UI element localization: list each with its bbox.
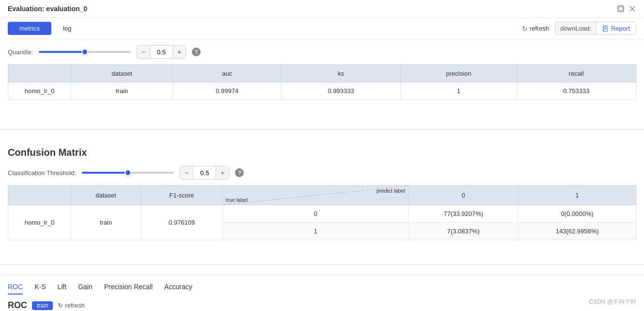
- conf-col-dataset: dataset: [71, 186, 141, 205]
- report-button[interactable]: Report: [597, 22, 636, 34]
- metrics-table: dataset auc ks precision recall homo_lr_…: [8, 65, 636, 100]
- table-row: homo_lr_0 train 0.99974 0.993333 1 0.753…: [8, 82, 636, 100]
- conf-val-01: 0(0.0000%): [518, 205, 636, 223]
- roc-tab-ks[interactable]: K-S: [34, 283, 46, 295]
- window-header: Evaluation: evaluation_0: [0, 0, 644, 18]
- window-title: Evaluation: evaluation_0: [8, 5, 87, 13]
- refresh-button[interactable]: ↻ refresh: [522, 25, 549, 33]
- conf-col-diag: predict label true label: [222, 186, 408, 205]
- true-label-header: true label: [226, 197, 248, 203]
- roc-refresh-label: refresh: [65, 302, 84, 309]
- report-label: Report: [611, 25, 630, 32]
- conf-col-1: 1: [518, 186, 636, 205]
- roc-tab-accuracy[interactable]: Accuracy: [164, 283, 192, 295]
- metrics-precision: 1: [401, 82, 517, 100]
- threshold-slider-container: [82, 172, 174, 174]
- separator-1: [0, 129, 644, 130]
- conf-col-0: 0: [408, 186, 518, 205]
- roc-refresh-button[interactable]: ↻ refresh: [58, 302, 84, 309]
- quantile-increment-button[interactable]: +: [173, 46, 186, 58]
- metrics-col-recall: recall: [517, 65, 636, 82]
- conf-col-empty: [8, 186, 71, 205]
- conf-true-1: 1: [222, 223, 408, 240]
- download-label: downLoad:: [555, 22, 597, 34]
- tab-bar: metrics log ↻ refresh downLoad: Report: [0, 18, 644, 39]
- roc-title: ROC: [8, 300, 27, 311]
- threshold-stepper: − +: [180, 166, 229, 180]
- roc-tab-roc[interactable]: ROC: [8, 283, 23, 295]
- metrics-model-name: homo_lr_0: [8, 82, 71, 100]
- refresh-label: refresh: [530, 25, 549, 32]
- conf-val-11: 143(62.9956%): [518, 223, 636, 240]
- quantile-value-input[interactable]: [150, 46, 173, 58]
- metrics-col-dataset: dataset: [71, 65, 173, 82]
- watermark: CSDN @不拘于时: [589, 298, 636, 306]
- quantile-stepper: − +: [137, 45, 186, 59]
- conf-model-name: homo_lr_0: [8, 205, 71, 240]
- roc-tabs: ROC K-S Lift Gain Precision Recall Accur…: [0, 275, 644, 295]
- train-badge: train: [32, 301, 53, 310]
- roc-tab-lift[interactable]: Lift: [57, 283, 66, 295]
- threshold-increment-button[interactable]: +: [216, 166, 229, 179]
- report-icon: [602, 25, 609, 32]
- tab-bar-actions: ↻ refresh downLoad: Report: [522, 22, 636, 35]
- quantile-help-icon[interactable]: ?: [192, 48, 201, 56]
- classification-label: Classification Threshold:: [8, 169, 76, 177]
- roc-section: ROC train ↻ refresh: [0, 295, 644, 311]
- threshold-help-icon[interactable]: ?: [235, 168, 244, 177]
- quantile-decrement-button[interactable]: −: [137, 46, 150, 58]
- conf-true-0: 0: [222, 205, 408, 223]
- threshold-decrement-button[interactable]: −: [180, 166, 193, 179]
- quantile-slider-container: [39, 51, 131, 53]
- metrics-col-empty: [8, 65, 71, 82]
- roc-tab-gain[interactable]: Gain: [78, 283, 93, 295]
- predict-label-header: predict label: [377, 188, 405, 194]
- metrics-auc: 0.99974: [173, 82, 282, 100]
- quantile-label: Quantile:: [8, 49, 33, 56]
- conf-f1: 0.976109: [141, 205, 223, 240]
- confusion-matrix-title: Confusion Matrix: [0, 139, 644, 162]
- quantile-slider[interactable]: [39, 51, 131, 53]
- roc-tab-precision-recall[interactable]: Precision Recall: [104, 283, 153, 295]
- window-controls: [617, 5, 636, 13]
- download-section: downLoad: Report: [555, 22, 636, 35]
- tab-metrics[interactable]: metrics: [8, 22, 51, 35]
- conf-val-00: 77(33.9207%): [408, 205, 518, 223]
- metrics-col-precision: precision: [401, 65, 517, 82]
- classification-row: Classification Threshold: − + ?: [0, 162, 644, 185]
- close-button[interactable]: [628, 5, 636, 13]
- roc-refresh-icon: ↻: [58, 302, 63, 309]
- refresh-icon: ↻: [522, 25, 528, 33]
- maximize-button[interactable]: [617, 5, 625, 13]
- tab-log[interactable]: log: [51, 22, 83, 35]
- conf-val-10: 7(3.0837%): [408, 223, 518, 240]
- conf-dataset: train: [71, 205, 141, 240]
- table-row: homo_lr_0 train 0.976109 0 77(33.9207%) …: [8, 205, 636, 223]
- metrics-ks: 0.993333: [282, 82, 401, 100]
- metrics-recall: 0.753333: [517, 82, 636, 100]
- metrics-col-ks: ks: [282, 65, 401, 82]
- metrics-dataset: train: [71, 82, 173, 100]
- conf-col-f1: F1-score: [141, 186, 223, 205]
- quantile-row: Quantile: − + ?: [0, 39, 644, 65]
- separator-2: [0, 264, 644, 265]
- confusion-table: dataset F1-score predict label true labe…: [8, 185, 636, 240]
- threshold-slider[interactable]: [82, 172, 174, 174]
- metrics-col-auc: auc: [173, 65, 282, 82]
- svg-rect-1: [619, 7, 623, 11]
- threshold-value-input[interactable]: [193, 166, 216, 179]
